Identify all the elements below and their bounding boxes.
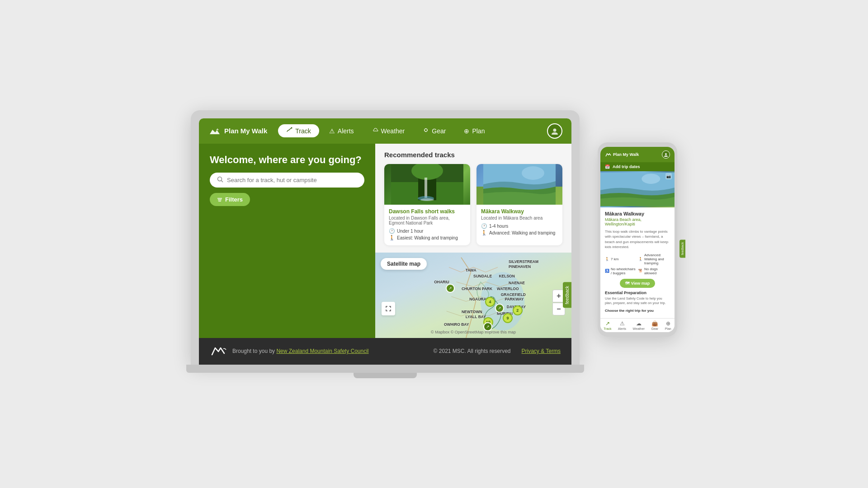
no-dogs-icon: 🐕: [638, 269, 643, 273]
phone-trip-bar[interactable]: 📅 Add trip dates: [600, 162, 675, 171]
track-card-body-dawson: Dawson Falls short walks Located in Daws…: [384, 205, 470, 245]
dawson-location: Located in Dawson Falls area, Egmont Nat…: [389, 216, 466, 225]
phone-nav-track[interactable]: ↗ Track: [604, 320, 611, 330]
app-main: Welcome, where are you going?: [199, 144, 571, 338]
add-trip-dates: Add trip dates: [613, 164, 640, 169]
filters-label: Filters: [225, 196, 243, 203]
marker-4: 4: [485, 297, 495, 307]
search-input[interactable]: [227, 177, 357, 183]
marker-9: 9: [503, 313, 513, 323]
phone-track-image: 📷: [600, 171, 675, 207]
recommended-section: Recommended tracks: [375, 144, 571, 253]
map-watermark: © Mapbox © OpenStreetMap Improve this ma…: [431, 330, 516, 334]
header-avatar[interactable]: [547, 123, 562, 139]
phone-feedback-button[interactable]: feedback: [679, 239, 685, 258]
nav-tabs: Track ⚠ Alerts: [278, 124, 547, 137]
clock-icon-2: 🕐: [481, 223, 487, 229]
phone-track-location: Mākara Beach area, Wellington/Kapiti: [605, 217, 670, 226]
privacy-link[interactable]: Privacy & Terms: [522, 348, 561, 354]
phone-alerts-icon: ⚠: [620, 320, 625, 327]
clock-icon: 🕐: [389, 228, 395, 234]
gear-label: Gear: [432, 127, 446, 135]
footer-logo-area: Brought to you by New Zealand Mountain S…: [210, 343, 369, 359]
search-icon: [217, 176, 223, 184]
logo-area: Plan My Walk: [208, 126, 267, 136]
dawson-difficulty: 🚶 Easiest: Walking and tramping: [389, 235, 466, 241]
phone-content: Mākara Walkway Mākara Beach area, Wellin…: [600, 207, 675, 318]
search-bar: [210, 173, 364, 188]
filters-button[interactable]: Filters: [210, 193, 250, 206]
app-wrapper: Plan My Walk Track: [199, 118, 571, 365]
footer-right: © 2021 MSC. All rights reserved Privacy …: [434, 348, 561, 354]
nav-tab-weather[interactable]: Weather: [364, 124, 413, 137]
track-card-dawson[interactable]: Dawson Falls short walks Located in Daws…: [384, 164, 470, 245]
phone-nav-weather[interactable]: ☁ Weather: [633, 320, 645, 330]
map-expand-button[interactable]: [382, 302, 395, 315]
phone-nav-plan[interactable]: ⊕ Plan: [665, 320, 671, 330]
laptop-stand: [354, 373, 417, 378]
svg-point-5: [427, 130, 428, 131]
view-map-button[interactable]: 🗺 View map: [620, 279, 655, 288]
alerts-icon: ⚠: [329, 127, 335, 135]
makara-name: Mākara Walkway: [481, 208, 558, 215]
svg-point-2: [425, 128, 426, 129]
svg-point-20: [522, 166, 544, 180]
nav-tab-gear[interactable]: Gear: [415, 124, 454, 137]
map-area: SILVERSTREAM PINEHAVEN TAWA SUNDALE KELS…: [375, 253, 571, 338]
phone-nav-gear[interactable]: 👜 Gear: [651, 320, 659, 330]
svg-point-4: [424, 130, 425, 131]
makara-image: [476, 164, 562, 205]
nav-tab-alerts[interactable]: ⚠ Alerts: [321, 125, 362, 137]
section-title: Recommended tracks: [384, 151, 562, 159]
phone-app-title: Plan My Walk: [613, 152, 639, 157]
svg-rect-16: [425, 178, 427, 198]
feedback-button[interactable]: feedback: [563, 282, 571, 308]
phone-weather-icon: ☁: [636, 320, 642, 327]
phone-bottom-nav: ↗ Track ⚠ Alerts ☁ Weather 👜 Gear ⊕ P: [600, 318, 675, 332]
phone-avatar[interactable]: [662, 150, 670, 159]
phone-difficulty: 🚶 Advanced: Walking and tramping: [638, 253, 670, 265]
app-footer: Brought to you by New Zealand Mountain S…: [199, 338, 571, 365]
svg-point-0: [291, 127, 292, 129]
dawson-image: [384, 164, 470, 205]
calendar-icon: 📅: [605, 164, 610, 169]
footer-brought-by: Brought to you by New Zealand Mountain S…: [232, 348, 369, 354]
laptop-screen: Plan My Walk Track: [199, 118, 571, 365]
dawson-duration: 🕐 Under 1 hour: [389, 228, 466, 234]
map-background: SILVERSTREAM PINEHAVEN TAWA SUNDALE KELS…: [375, 253, 571, 338]
phone-track-icon: ↗: [605, 320, 610, 327]
phone-camera-icon: 📷: [665, 173, 672, 179]
phone-logo: Plan My Walk: [605, 152, 639, 157]
nav-tab-plan[interactable]: ⊕ Plan: [456, 125, 493, 137]
welcome-title: Welcome, where are you going?: [210, 154, 364, 167]
svg-point-7: [218, 177, 222, 181]
makara-duration: 🕐 1-4 hours: [481, 223, 558, 229]
svg-point-22: [665, 153, 667, 155]
phone-no-wheelchair: ♿ No wheelchairs / buggies: [605, 267, 637, 275]
phone-track-name: Mākara Walkway: [605, 211, 670, 216]
left-panel: Welcome, where are you going?: [199, 144, 375, 338]
phone-plan-icon: ⊕: [666, 320, 670, 327]
map-icon: 🗺: [625, 281, 629, 286]
app-header: Plan My Walk Track: [199, 118, 571, 144]
gear-icon: [423, 127, 429, 135]
wheelchair-icon: ♿: [605, 269, 609, 273]
phone-essential-title: Essential Preparation: [605, 291, 670, 295]
phone-distance: 🚶 7 km: [605, 253, 637, 265]
phone-nav-alerts[interactable]: ⚠ Alerts: [618, 320, 626, 330]
laptop-base: [186, 365, 584, 373]
satellite-button[interactable]: Satellite map: [381, 258, 427, 270]
walk-icon-2: 🚶: [481, 230, 487, 236]
track-icon: [286, 127, 292, 135]
phone-meta-grid: 🚶 7 km 🚶 Advanced: Walking and tramping …: [605, 253, 670, 275]
nav-tab-track[interactable]: Track: [278, 124, 319, 137]
makara-difficulty: 🚶 Advanced: Walking and tramping: [481, 230, 558, 236]
phone-header: Plan My Walk: [600, 147, 675, 162]
msc-link[interactable]: New Zealand Mountain Safety Council: [276, 348, 368, 354]
app-title: Plan My Walk: [224, 127, 267, 135]
laptop: Plan My Walk Track: [191, 110, 580, 378]
tracks-grid: Dawson Falls short walks Located in Daws…: [384, 164, 562, 245]
scene: Plan My Walk Track: [0, 0, 868, 488]
svg-point-6: [553, 128, 557, 131]
track-card-makara[interactable]: Mākara Walkway Located in Mākara Beach a…: [476, 164, 562, 245]
